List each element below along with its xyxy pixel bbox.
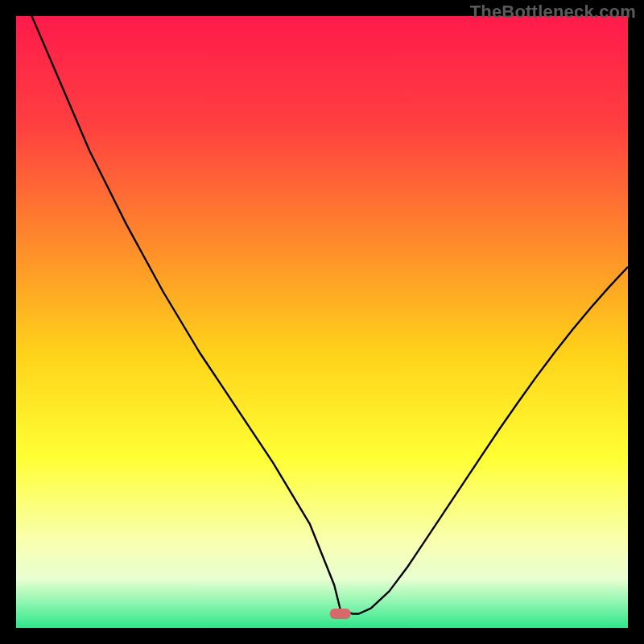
chart-frame: TheBottleneck.com <box>0 0 644 644</box>
optimal-marker <box>330 609 351 619</box>
watermark-text: TheBottleneck.com <box>470 2 636 23</box>
gradient-background <box>16 16 628 628</box>
plot-area <box>16 16 628 628</box>
chart-svg <box>16 16 628 628</box>
